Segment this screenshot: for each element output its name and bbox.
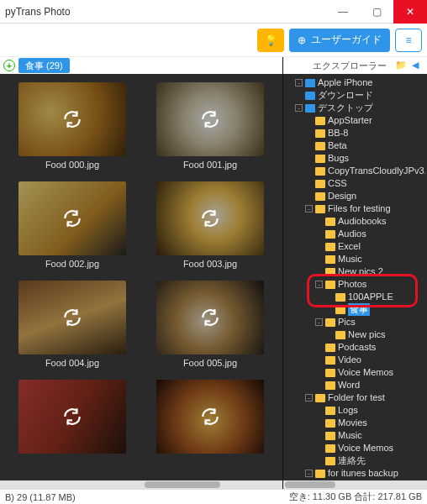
toolbar: 💡 ⊕ ユーザーガイド ≡ xyxy=(0,24,427,57)
photo-card: Food 004.jpg xyxy=(8,281,136,368)
tree-row[interactable]: BB-8 xyxy=(285,127,425,139)
expand-toggle[interactable]: - xyxy=(315,318,323,326)
status-bar: B) 29 (11.87 MB) 空き: 11.30 GB 合計: 217.81… xyxy=(0,489,427,504)
horizontal-scrollbar-right[interactable] xyxy=(283,480,427,489)
tree-row[interactable]: Video xyxy=(285,354,425,366)
tree-row[interactable]: -Pics xyxy=(285,316,425,328)
folder-icon xyxy=(325,218,335,226)
tree-label: CopyTransCloudlyJPv3.010_be xyxy=(328,165,425,177)
tree-row[interactable]: 100APPLE xyxy=(285,291,425,303)
tree-row[interactable]: Podcasts xyxy=(285,341,425,354)
tree-row[interactable]: -Files for testing xyxy=(285,202,425,215)
expand-toggle[interactable]: - xyxy=(305,394,313,402)
tree-row[interactable]: Movies xyxy=(285,417,425,429)
tree-row[interactable]: -デスクトップ xyxy=(285,102,425,114)
hamburger-icon: ≡ xyxy=(405,34,411,46)
tree-row[interactable]: Audios xyxy=(285,228,425,240)
expand-toggle[interactable]: - xyxy=(305,470,313,477)
tree-label: New pics xyxy=(348,328,386,341)
explorer-collapse-icon[interactable]: ◀ xyxy=(412,60,424,71)
photo-thumbnail[interactable] xyxy=(18,82,126,156)
folder-icon xyxy=(315,117,325,125)
maximize-button[interactable]: ▢ xyxy=(360,0,393,24)
user-guide-button[interactable]: ⊕ ユーザーガイド xyxy=(289,29,390,52)
tree-label: 食事 xyxy=(348,303,370,316)
expand-toggle[interactable]: - xyxy=(295,79,303,87)
tree-row[interactable]: Word xyxy=(285,379,425,391)
refresh-icon xyxy=(18,82,126,156)
tree-row[interactable]: -Apple iPhone xyxy=(285,76,425,89)
tree-label: 100APPLE xyxy=(348,291,393,303)
tree-row[interactable]: Design xyxy=(285,190,425,202)
album-tab[interactable]: 食事 (29) xyxy=(18,58,70,73)
photo-caption: Food 000.jpg xyxy=(45,160,99,170)
tree-row[interactable]: Music xyxy=(285,429,425,442)
photo-thumbnail[interactable] xyxy=(18,281,126,354)
tree-row[interactable]: AppStarter xyxy=(285,114,425,127)
minimize-button[interactable]: — xyxy=(326,0,360,24)
folder-icon xyxy=(325,255,335,264)
folder-icon xyxy=(305,79,315,87)
photo-caption: Food 001.jpg xyxy=(183,160,237,170)
photo-thumbnail[interactable] xyxy=(18,181,126,255)
folder-icon xyxy=(325,243,335,251)
tree-label: Design xyxy=(328,190,356,202)
tree-row[interactable]: Bugs xyxy=(285,152,425,165)
photo-thumbnail[interactable] xyxy=(156,281,264,354)
tree-label: AppStarter xyxy=(328,114,372,127)
add-album-button[interactable]: + xyxy=(3,60,15,71)
tree-label: Music xyxy=(338,429,362,442)
tree-row[interactable]: ダウンロード xyxy=(285,89,425,102)
tree-row[interactable]: CopyTransCloudlyJPv3.010_be xyxy=(285,165,425,177)
tree-row[interactable]: -Photos xyxy=(285,278,425,291)
photo-thumbnail[interactable] xyxy=(18,380,126,454)
title-bar: pyTrans Photo — ▢ ✕ xyxy=(0,0,427,24)
tree-label: Video xyxy=(338,354,361,366)
folder-icon xyxy=(325,457,335,465)
window-title: pyTrans Photo xyxy=(5,6,326,18)
close-button[interactable]: ✕ xyxy=(393,0,427,24)
refresh-icon xyxy=(156,82,264,156)
photo-thumbnail[interactable] xyxy=(156,380,264,454)
user-guide-label: ユーザーガイド xyxy=(311,33,382,47)
tree-row[interactable]: Audiobooks xyxy=(285,215,425,228)
photo-thumbnail[interactable] xyxy=(156,181,264,255)
tree-row[interactable]: 食事 xyxy=(285,303,425,316)
folder-icon xyxy=(305,92,315,100)
menu-button[interactable]: ≡ xyxy=(395,29,422,52)
tree-row[interactable]: Beta xyxy=(285,139,425,152)
tree-row[interactable]: 連絡先 xyxy=(285,454,425,467)
tree-row[interactable]: Voice Memos xyxy=(285,366,425,379)
globe-icon: ⊕ xyxy=(298,34,306,46)
refresh-icon xyxy=(18,281,126,354)
tree-row[interactable]: -Folder for test xyxy=(285,391,425,404)
expand-toggle[interactable]: - xyxy=(315,281,323,288)
explorer-header: エクスプローラー 📁 ◀ xyxy=(283,57,427,74)
hint-button[interactable]: 💡 xyxy=(257,29,284,52)
tree-label: Beta xyxy=(328,139,347,152)
tree-label: Voice Memos xyxy=(338,442,393,454)
refresh-icon xyxy=(18,181,126,255)
photo-card: Food 002.jpg xyxy=(8,181,136,269)
explorer-folder-icon[interactable]: 📁 xyxy=(395,60,407,71)
tree-label: Movies xyxy=(338,417,367,429)
horizontal-scrollbar-left[interactable] xyxy=(0,480,282,489)
photo-thumbnail[interactable] xyxy=(156,82,264,156)
tree-row[interactable]: Logs xyxy=(285,404,425,417)
tree-row[interactable]: New pics xyxy=(285,328,425,341)
tree-row[interactable]: -for itunes backup xyxy=(285,467,425,480)
tree-row[interactable]: Voice Memos xyxy=(285,442,425,454)
tree-row[interactable]: Excel xyxy=(285,240,425,253)
folder-icon xyxy=(325,281,335,289)
photo-card: Food 001.jpg xyxy=(146,82,274,170)
tree-row[interactable]: New pics 2 xyxy=(285,265,425,278)
folder-icon xyxy=(325,344,335,352)
tree-label: Audios xyxy=(338,228,366,240)
tree-row[interactable]: CSS xyxy=(285,177,425,190)
folder-icon xyxy=(325,318,335,327)
expand-toggle[interactable]: - xyxy=(305,205,313,213)
expand-toggle[interactable]: - xyxy=(295,104,303,112)
tree-row[interactable]: Music xyxy=(285,253,425,265)
tree-label: Folder for test xyxy=(328,391,385,404)
folder-icon xyxy=(335,331,345,339)
